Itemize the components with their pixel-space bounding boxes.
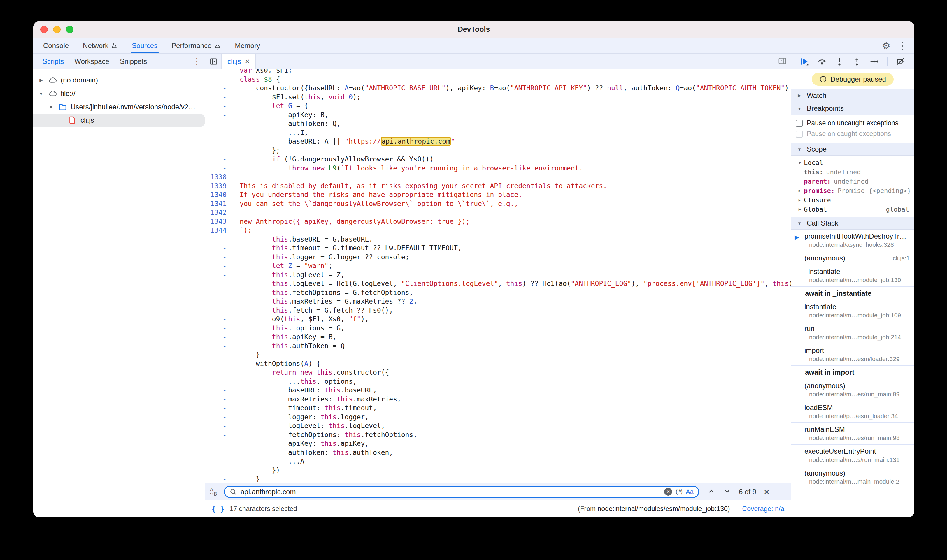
call-stack-frame[interactable]: instantiatenode:internal/m…module_job:10… <box>791 300 915 322</box>
tree-item-users-jinhuilee-nvm-versions-node-v2-[interactable]: ▼Users/jinhuilee/.nvm/versions/node/v2… <box>33 100 205 114</box>
code-line[interactable]: - this._options = G, <box>205 324 791 333</box>
line-gutter[interactable]: - <box>205 430 234 439</box>
code-line[interactable]: 1339This is disabled by default, as it r… <box>205 182 791 191</box>
line-gutter[interactable]: 1340 <box>205 190 234 199</box>
line-gutter[interactable]: 1342 <box>205 208 234 217</box>
code-line[interactable]: - let G = { <box>205 102 791 111</box>
tree-item-cli-js[interactable]: cli.js <box>33 114 205 127</box>
line-gutter[interactable]: - <box>205 164 234 173</box>
checkbox[interactable] <box>796 120 803 127</box>
line-gutter[interactable]: - <box>205 439 234 448</box>
call-stack-section-header[interactable]: ▼ Call Stack <box>791 217 915 229</box>
breakpoint-option[interactable]: Pause on uncaught exceptions <box>791 118 915 129</box>
step-button[interactable] <box>870 57 879 66</box>
line-gutter[interactable]: - <box>205 412 234 422</box>
code-line[interactable]: 1343new Anthropic({ apiKey, dangerouslyA… <box>205 217 791 226</box>
tree-item--no-domain-[interactable]: ▶(no domain) <box>33 74 205 87</box>
line-gutter[interactable]: - <box>205 403 234 412</box>
code-line[interactable]: - fetchOptions: this.fetchOptions, <box>205 430 791 439</box>
scope-item[interactable]: ▶Closure <box>791 195 915 205</box>
scope-item[interactable]: parent:undefined <box>791 177 915 186</box>
search-input[interactable]: api.anthropic.com × (.*) Aa <box>224 486 699 498</box>
match-case-toggle-icon[interactable]: Aa <box>686 488 694 495</box>
code-line[interactable]: - this.baseURL = G.baseURL, <box>205 235 791 244</box>
code-line[interactable]: - this.authToken = Q <box>205 342 791 351</box>
code-line[interactable]: -class $8 { <box>205 75 791 84</box>
close-search-icon[interactable]: × <box>764 487 770 497</box>
chevron-down-icon[interactable]: ▼ <box>796 160 804 165</box>
line-gutter[interactable]: - <box>205 421 234 430</box>
code-line[interactable]: - }; <box>205 146 791 155</box>
line-gutter[interactable]: 1343 <box>205 217 234 226</box>
code-line[interactable]: - return new this.constructor({ <box>205 368 791 377</box>
navigator-kebab-menu-icon[interactable]: ⋮ <box>193 57 201 66</box>
line-gutter[interactable]: 1338 <box>205 172 234 182</box>
line-gutter[interactable]: - <box>205 155 234 164</box>
line-gutter[interactable]: - <box>205 359 234 368</box>
line-gutter[interactable]: - <box>205 315 234 324</box>
tab-performance[interactable]: Performance <box>165 38 228 53</box>
line-gutter[interactable]: - <box>205 350 234 359</box>
line-gutter[interactable]: - <box>205 324 234 333</box>
call-stack-frame[interactable]: executeUserEntryPointnode:internal/m…s/r… <box>791 445 915 466</box>
line-gutter[interactable]: - <box>205 457 234 466</box>
line-gutter[interactable]: - <box>205 119 234 128</box>
call-stack-frame[interactable]: loadESMnode:internal/p…/esm_loader:34 <box>791 401 915 423</box>
previous-match-icon[interactable] <box>707 487 716 497</box>
scope-item[interactable]: ▶Globalglobal <box>791 205 915 214</box>
chevron-down-icon[interactable]: ▼ <box>47 105 55 109</box>
scope-item[interactable]: this:undefined <box>791 167 915 177</box>
code-line[interactable]: - this.timeout = G.timeout ?? Lw.DEFAULT… <box>205 243 791 252</box>
code-line[interactable]: 1340If you understand the risks and have… <box>205 190 791 199</box>
call-stack-frame[interactable]: (anonymous)node:internal/m…main_module:2 <box>791 466 915 488</box>
line-gutter[interactable]: 1339 <box>205 182 234 191</box>
tab-memory[interactable]: Memory <box>228 38 267 53</box>
regex-toggle-icon[interactable]: (.*) <box>676 488 682 495</box>
tree-item-file-[interactable]: ▼file:// <box>33 87 205 100</box>
code-line[interactable]: - this.maxRetries = G.maxRetries ?? 2, <box>205 297 791 306</box>
code-line[interactable]: - this.logLevel = Z, <box>205 271 791 279</box>
kebab-menu-icon[interactable]: ⋮ <box>898 41 907 51</box>
call-stack-frame[interactable]: ▶promiseInitHookWithDestroyTr…node:inter… <box>791 229 915 251</box>
line-gutter[interactable]: - <box>205 69 234 75</box>
code-line[interactable]: - ...this._options, <box>205 377 791 386</box>
line-gutter[interactable]: 1344 <box>205 226 234 235</box>
scope-item[interactable]: ▼Local <box>791 158 915 167</box>
line-gutter[interactable]: - <box>205 386 234 395</box>
line-gutter[interactable]: - <box>205 395 234 404</box>
tab-console[interactable]: Console <box>36 38 76 53</box>
line-gutter[interactable]: 1341 <box>205 199 234 208</box>
tab-network[interactable]: Network <box>76 38 125 53</box>
source-map-link[interactable]: node:internal/modules/esm/module_job:130 <box>598 505 728 512</box>
line-gutter[interactable]: - <box>205 137 234 146</box>
code-line[interactable]: - }) <box>205 466 791 475</box>
call-stack-frame[interactable]: importnode:internal/m…esm/loader:329 <box>791 344 915 366</box>
line-gutter[interactable]: - <box>205 252 234 262</box>
code-line[interactable]: 1344`); <box>205 226 791 235</box>
code-line[interactable]: - throw new L9(`It looks like you're run… <box>205 164 791 173</box>
code-line[interactable]: - } <box>205 350 791 359</box>
code-line[interactable]: - logLevel: this.logLevel, <box>205 421 791 430</box>
line-gutter[interactable]: - <box>205 279 234 288</box>
breakpoints-section-header[interactable]: ▼ Breakpoints <box>791 102 915 115</box>
code-line[interactable]: - timeout: this.timeout, <box>205 403 791 412</box>
tab-scripts[interactable]: Scripts <box>37 57 69 66</box>
code-line[interactable]: - this.fetch = G.fetch ?? Fs0(), <box>205 306 791 315</box>
line-gutter[interactable]: - <box>205 75 234 84</box>
tab-sources[interactable]: Sources <box>125 38 165 53</box>
step-over-button[interactable] <box>817 57 827 66</box>
code-line[interactable]: - } <box>205 475 791 483</box>
code-line[interactable]: - apiKey: this.apiKey, <box>205 439 791 448</box>
scope-section-header[interactable]: ▼ Scope <box>791 143 915 155</box>
code-line[interactable]: 1338 <box>205 172 791 182</box>
step-out-button[interactable] <box>852 57 862 66</box>
coverage-link[interactable]: Coverage: n/a <box>742 505 784 513</box>
line-gutter[interactable]: - <box>205 84 234 93</box>
settings-gear-icon[interactable]: ⚙ <box>882 41 890 51</box>
line-gutter[interactable]: - <box>205 271 234 279</box>
line-gutter[interactable]: - <box>205 128 234 137</box>
code-line[interactable]: - constructor({baseURL: A=ao("ANTHROPIC_… <box>205 84 791 93</box>
line-gutter[interactable]: - <box>205 243 234 252</box>
source-code-viewer[interactable]: -var Xs0, $F1;-class $8 {- constructor({… <box>205 69 791 483</box>
call-stack-frame[interactable]: (anonymous)node:internal/m…es/run_main:9… <box>791 379 915 401</box>
